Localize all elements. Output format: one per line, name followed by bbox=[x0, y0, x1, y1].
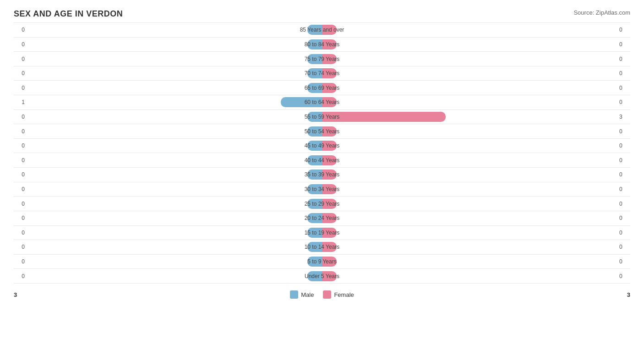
right-bar-wrap bbox=[322, 182, 617, 197]
bars-area: 75 to 79 Years bbox=[27, 52, 617, 66]
bar-row: 0 75 to 79 Years 0 bbox=[14, 52, 630, 66]
legend-male-box bbox=[290, 290, 298, 299]
right-value: 0 bbox=[617, 171, 630, 178]
bar-male bbox=[307, 228, 322, 238]
bars-area: 55 to 59 Years bbox=[27, 110, 617, 124]
right-bar-wrap bbox=[322, 23, 617, 37]
right-bar-wrap bbox=[322, 269, 617, 283]
right-bar-wrap bbox=[322, 139, 617, 153]
bar-male bbox=[307, 184, 322, 194]
legend-center: Male Female bbox=[27, 290, 617, 299]
left-value: 1 bbox=[14, 99, 27, 105]
chart-container: SEX AND AGE IN VERDON Source: ZipAtlas.c… bbox=[0, 0, 644, 339]
bar-male bbox=[307, 112, 322, 122]
right-value: 0 bbox=[617, 244, 630, 250]
bar-female bbox=[322, 184, 337, 194]
left-value: 0 bbox=[14, 157, 27, 164]
bars-area: Under 5 Years bbox=[27, 269, 617, 283]
right-bar-wrap bbox=[322, 255, 617, 269]
right-bar-wrap bbox=[322, 52, 617, 66]
bar-female bbox=[322, 242, 337, 252]
bars-area: 30 to 34 Years bbox=[27, 182, 617, 197]
left-bar-wrap bbox=[27, 23, 322, 37]
bars-area: 5 to 9 Years bbox=[27, 255, 617, 269]
bar-row: 0 50 to 54 Years 0 bbox=[14, 124, 630, 139]
left-value: 0 bbox=[14, 215, 27, 221]
left-bar-wrap bbox=[27, 226, 322, 240]
right-value: 0 bbox=[617, 56, 630, 62]
right-bar-wrap bbox=[322, 197, 617, 211]
bar-male bbox=[307, 213, 322, 223]
left-value: 0 bbox=[14, 230, 27, 236]
bar-male bbox=[307, 68, 322, 78]
bar-female bbox=[322, 228, 337, 238]
legend-female: Female bbox=[323, 290, 354, 299]
bar-male bbox=[307, 83, 322, 93]
left-value: 0 bbox=[14, 258, 27, 265]
bar-row: 0 Under 5 Years 0 bbox=[14, 269, 630, 284]
bars-area: 20 to 24 Years bbox=[27, 211, 617, 225]
bar-female bbox=[322, 68, 337, 78]
left-bar-wrap bbox=[27, 95, 322, 109]
left-bar-wrap bbox=[27, 168, 322, 182]
bar-row: 0 45 to 49 Years 0 bbox=[14, 139, 630, 153]
left-bar-wrap bbox=[27, 81, 322, 95]
bar-female bbox=[322, 155, 337, 165]
left-value: 0 bbox=[14, 171, 27, 178]
left-value: 0 bbox=[14, 244, 27, 250]
bar-male bbox=[307, 257, 322, 267]
left-value: 0 bbox=[14, 27, 27, 33]
left-value: 0 bbox=[14, 85, 27, 91]
left-value: 0 bbox=[14, 70, 27, 77]
rows-container: 0 85 Years and over 0 0 80 to 84 Years bbox=[14, 22, 630, 284]
legend-male: Male bbox=[290, 290, 314, 299]
bar-male bbox=[307, 39, 322, 49]
right-bar-wrap bbox=[322, 66, 617, 81]
right-bar-wrap bbox=[322, 168, 617, 182]
left-value: 0 bbox=[14, 201, 27, 207]
right-value: 0 bbox=[617, 273, 630, 279]
left-bar-wrap bbox=[27, 110, 322, 124]
right-bar-wrap bbox=[322, 124, 617, 138]
left-bar-wrap bbox=[27, 197, 322, 211]
legend-left-value: 3 bbox=[14, 291, 27, 298]
bar-row: 0 5 to 9 Years 0 bbox=[14, 255, 630, 269]
left-bar-wrap bbox=[27, 255, 322, 269]
source-text: Source: ZipAtlas.com bbox=[573, 9, 630, 16]
bar-row: 0 25 to 29 Years 0 bbox=[14, 197, 630, 211]
bar-female bbox=[322, 271, 337, 281]
bar-female bbox=[322, 141, 337, 151]
bar-row: 1 60 to 64 Years 0 bbox=[14, 95, 630, 110]
bar-female bbox=[322, 170, 337, 180]
bar-male bbox=[307, 155, 322, 165]
right-value: 0 bbox=[617, 41, 630, 48]
bars-area: 65 to 69 Years bbox=[27, 81, 617, 95]
left-value: 0 bbox=[14, 128, 27, 135]
bar-female bbox=[322, 112, 446, 122]
right-value: 0 bbox=[617, 258, 630, 265]
bar-row: 0 80 to 84 Years 0 bbox=[14, 38, 630, 52]
right-value: 0 bbox=[617, 201, 630, 207]
bar-female bbox=[322, 213, 337, 223]
bar-row: 0 40 to 44 Years 0 bbox=[14, 153, 630, 168]
bar-row: 0 70 to 74 Years 0 bbox=[14, 66, 630, 81]
bar-row: 0 85 Years and over 0 bbox=[14, 22, 630, 38]
right-value: 0 bbox=[617, 128, 630, 135]
bars-area: 70 to 74 Years bbox=[27, 66, 617, 81]
left-bar-wrap bbox=[27, 211, 322, 225]
bar-female bbox=[322, 257, 337, 267]
left-bar-wrap bbox=[27, 66, 322, 81]
right-bar-wrap bbox=[322, 81, 617, 95]
bars-area: 85 Years and over bbox=[27, 23, 617, 37]
left-bar-wrap bbox=[27, 153, 322, 167]
left-bar-wrap bbox=[27, 182, 322, 197]
right-value: 0 bbox=[617, 27, 630, 33]
left-value: 0 bbox=[14, 142, 27, 149]
left-value: 0 bbox=[14, 56, 27, 62]
bar-row: 0 10 to 14 Years 0 bbox=[14, 240, 630, 255]
legend-right-value: 3 bbox=[617, 291, 630, 298]
left-bar-wrap bbox=[27, 124, 322, 138]
bars-area: 35 to 39 Years bbox=[27, 168, 617, 182]
bar-female bbox=[322, 199, 337, 209]
right-bar-wrap bbox=[322, 110, 617, 124]
